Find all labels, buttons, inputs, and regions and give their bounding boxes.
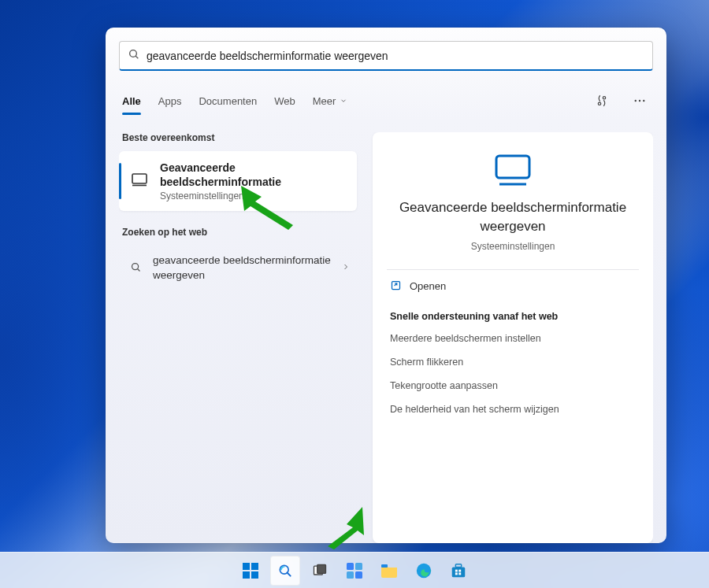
open-label: Openen <box>410 280 446 292</box>
svg-line-10 <box>138 268 140 271</box>
web-search-item[interactable]: geavanceerde beeldscherminformatie weerg… <box>119 246 357 290</box>
tab-documents[interactable]: Documenten <box>199 95 257 107</box>
tab-more-label: Meer <box>313 95 336 107</box>
best-match-label: Beste overeenkomst <box>122 132 354 143</box>
svg-rect-13 <box>392 281 400 289</box>
svg-rect-27 <box>347 571 354 579</box>
open-action[interactable]: Openen <box>373 270 653 303</box>
taskbar-search-button[interactable] <box>270 556 300 586</box>
svg-rect-28 <box>355 571 362 579</box>
quick-link-flicker[interactable]: Scherm flikkeren <box>373 350 653 374</box>
svg-marker-16 <box>328 507 364 549</box>
preview-title: Geavanceerde beeldscherminformatie weerg… <box>392 198 634 236</box>
folder-icon <box>380 563 398 579</box>
edge-button[interactable] <box>409 556 439 586</box>
quick-link-multi-display[interactable]: Meerdere beeldschermen instellen <box>373 327 653 350</box>
search-icon <box>130 261 142 276</box>
svg-point-5 <box>639 100 640 102</box>
svg-point-6 <box>643 100 644 102</box>
search-icon <box>277 563 293 579</box>
annotation-arrow <box>323 504 370 551</box>
more-options-icon[interactable] <box>629 91 650 111</box>
svg-rect-20 <box>251 571 258 579</box>
svg-rect-33 <box>455 569 458 571</box>
svg-rect-25 <box>347 563 354 570</box>
search-box[interactable] <box>119 41 653 71</box>
tab-apps[interactable]: Apps <box>158 95 182 107</box>
annotation-arrow <box>236 181 301 230</box>
svg-point-0 <box>130 50 137 57</box>
search-scope-tabs: Alle Apps Documenten Web Meer <box>119 87 653 115</box>
taskbar <box>0 552 709 588</box>
svg-rect-17 <box>243 563 250 570</box>
svg-line-22 <box>288 572 291 575</box>
svg-rect-29 <box>381 564 388 568</box>
windows-logo-icon <box>242 562 259 579</box>
svg-rect-32 <box>455 564 461 567</box>
web-search-text: geavanceerde beeldscherminformatie weerg… <box>153 253 346 282</box>
quick-link-text-size[interactable]: Tekengrootte aanpassen <box>373 374 653 398</box>
svg-rect-31 <box>452 567 466 577</box>
search-icon <box>128 48 140 64</box>
tab-more[interactable]: Meer <box>313 95 348 107</box>
monitor-icon <box>130 170 149 192</box>
task-view-icon <box>312 563 328 579</box>
desktop-background: Alle Apps Documenten Web Meer Beste over… <box>0 0 709 588</box>
quick-link-brightness[interactable]: De helderheid van het scherm wijzigen <box>373 398 653 421</box>
monitor-icon <box>492 153 534 187</box>
open-icon <box>390 279 402 294</box>
chevron-down-icon <box>340 97 347 105</box>
svg-point-3 <box>603 97 605 99</box>
search-input[interactable] <box>147 50 644 62</box>
svg-rect-11 <box>496 156 529 178</box>
svg-rect-36 <box>458 572 461 575</box>
cortana-shortcut-icon[interactable] <box>592 91 612 111</box>
svg-rect-18 <box>251 563 258 570</box>
svg-point-2 <box>598 102 600 105</box>
svg-marker-15 <box>241 186 293 230</box>
chevron-right-icon <box>341 262 351 274</box>
svg-point-4 <box>635 100 637 102</box>
start-button[interactable] <box>236 556 265 586</box>
svg-point-9 <box>132 263 139 269</box>
store-icon <box>450 562 467 579</box>
svg-rect-24 <box>317 564 326 573</box>
edge-icon <box>415 562 432 579</box>
widgets-icon <box>346 562 363 579</box>
preview-pane: Geavanceerde beeldscherminformatie weerg… <box>373 132 653 543</box>
svg-rect-35 <box>455 572 458 575</box>
file-explorer-button[interactable] <box>374 556 404 586</box>
svg-rect-34 <box>458 569 461 571</box>
task-view-button[interactable] <box>305 556 335 586</box>
svg-rect-7 <box>132 174 147 183</box>
quick-support-label: Snelle ondersteuning vanaf het web <box>373 303 653 327</box>
search-panel: Alle Apps Documenten Web Meer Beste over… <box>106 28 666 543</box>
tab-web[interactable]: Web <box>274 95 295 107</box>
tab-all[interactable]: Alle <box>122 95 141 107</box>
svg-rect-26 <box>355 563 362 570</box>
svg-line-1 <box>135 56 138 58</box>
microsoft-store-button[interactable] <box>444 556 473 586</box>
svg-rect-19 <box>243 571 250 579</box>
widgets-button[interactable] <box>340 556 369 586</box>
preview-subtitle: Systeeminstellingen <box>392 241 634 252</box>
